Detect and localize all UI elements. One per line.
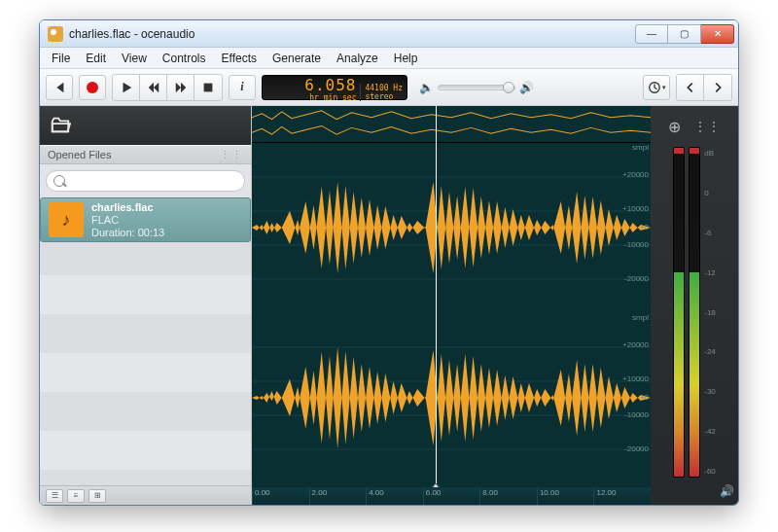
- search-input[interactable]: [46, 170, 245, 192]
- output-speaker-icon[interactable]: 🔊: [654, 481, 734, 501]
- waveform-channel-right[interactable]: smpl +20000 +10000 +0 -10000 -20000: [252, 313, 651, 483]
- titlebar[interactable]: charlies.flac - ocenaudio — ▢ ✕: [40, 20, 738, 48]
- folder-open-icon: [50, 115, 71, 136]
- view-list-button[interactable]: ☰: [46, 489, 63, 503]
- record-button[interactable]: [79, 75, 106, 100]
- menu-generate[interactable]: Generate: [265, 50, 329, 67]
- volume-knob[interactable]: [503, 82, 514, 93]
- view-detail-button[interactable]: ≡: [67, 489, 85, 503]
- db-scale: dB 0 -6 -12 -18 -24 -30 -42 -60: [704, 147, 716, 478]
- file-list[interactable]: ♪ charlies.flac FLAC Duration: 00:13: [40, 197, 251, 485]
- channel-mode: stereo: [365, 92, 403, 101]
- menu-analyze[interactable]: Analyze: [329, 50, 386, 67]
- menu-view[interactable]: View: [114, 50, 155, 67]
- time-display[interactable]: 6.058 hr min sec 44100 Hz stereo: [262, 75, 407, 100]
- sample-rate: 44100 Hz: [365, 84, 403, 92]
- time-value: 6.058: [304, 76, 356, 94]
- app-icon: [48, 26, 63, 42]
- menu-edit[interactable]: Edit: [78, 50, 114, 67]
- nav-back-button[interactable]: [677, 75, 704, 100]
- sidebar-header[interactable]: [40, 106, 251, 145]
- stop-button[interactable]: [194, 75, 222, 100]
- view-grid-button[interactable]: ⊞: [88, 489, 106, 503]
- waveform-channel-left[interactable]: smpl +20000 +10000 +0 -10000 -20000: [252, 143, 651, 313]
- window-title: charlies.flac - ocenaudio: [69, 27, 635, 41]
- right-panel: ⊕ ⋮⋮ dB 0 -6 -12 -18 -24 -30 -42: [651, 106, 738, 505]
- volume-slider[interactable]: [438, 85, 515, 90]
- settings-sliders-icon[interactable]: ⋮⋮: [694, 120, 722, 133]
- section-title: Opened Files: [48, 149, 111, 160]
- level-meter: dB 0 -6 -12 -18 -24 -30 -42 -60: [654, 147, 734, 478]
- music-note-icon: ♪: [49, 202, 84, 237]
- menu-bar: File Edit View Controls Effects Generate…: [40, 48, 738, 69]
- toolbar: i 6.058 hr min sec 44100 Hz stereo 🔈 🔊 ▾: [40, 69, 738, 106]
- file-format: FLAC: [91, 214, 164, 227]
- history-button[interactable]: ▾: [643, 75, 670, 100]
- sidebar-section-header[interactable]: Opened Files ⋮⋮: [40, 145, 251, 164]
- svg-rect-0: [204, 83, 213, 91]
- play-button[interactable]: [113, 75, 140, 100]
- sidebar: Opened Files ⋮⋮ ♪ charlies.flac FLAC Dur…: [40, 106, 252, 505]
- speaker-max-icon: 🔊: [519, 81, 534, 94]
- time-ruler[interactable]: 0.00 2.00 4.00 6.00 8.00 10.00 12.00: [252, 487, 651, 505]
- maximize-button[interactable]: ▢: [668, 24, 701, 44]
- smpl-label: smpl: [632, 143, 649, 152]
- editor-main: smpl +20000 +10000 +0 -10000 -20000 smpl…: [252, 106, 738, 505]
- overview-strip[interactable]: [252, 106, 651, 143]
- rewind-button[interactable]: [140, 75, 167, 100]
- file-name: charlies.flac: [91, 201, 164, 214]
- nav-forward-button[interactable]: [704, 75, 731, 100]
- time-units: hr min sec: [309, 94, 356, 102]
- forward-button[interactable]: [167, 75, 194, 100]
- menu-help[interactable]: Help: [386, 50, 426, 67]
- info-button[interactable]: i: [229, 75, 256, 100]
- menu-effects[interactable]: Effects: [214, 50, 265, 67]
- sidebar-footer: ☰ ≡ ⊞: [40, 485, 251, 505]
- drag-handle-icon[interactable]: ⋮⋮: [220, 149, 243, 161]
- smpl-label: smpl: [632, 313, 649, 322]
- meter-right: [689, 147, 700, 478]
- skip-start-button[interactable]: [46, 75, 73, 100]
- speaker-min-icon: 🔈: [419, 81, 434, 94]
- close-button[interactable]: ✕: [701, 24, 734, 44]
- zoom-in-icon[interactable]: ⊕: [668, 118, 681, 136]
- meter-left: [673, 147, 685, 478]
- file-list-item[interactable]: ♪ charlies.flac FLAC Duration: 00:13: [40, 197, 251, 242]
- minimize-button[interactable]: —: [635, 24, 668, 44]
- menu-file[interactable]: File: [44, 50, 78, 67]
- app-window: charlies.flac - ocenaudio — ▢ ✕ File Edi…: [39, 19, 739, 506]
- playback-cursor[interactable]: [436, 106, 437, 487]
- menu-controls[interactable]: Controls: [155, 50, 214, 67]
- waveform-area[interactable]: smpl +20000 +10000 +0 -10000 -20000 smpl…: [252, 106, 651, 505]
- transport-group: [112, 74, 223, 101]
- record-icon: [87, 82, 98, 93]
- file-duration: Duration: 00:13: [91, 227, 164, 239]
